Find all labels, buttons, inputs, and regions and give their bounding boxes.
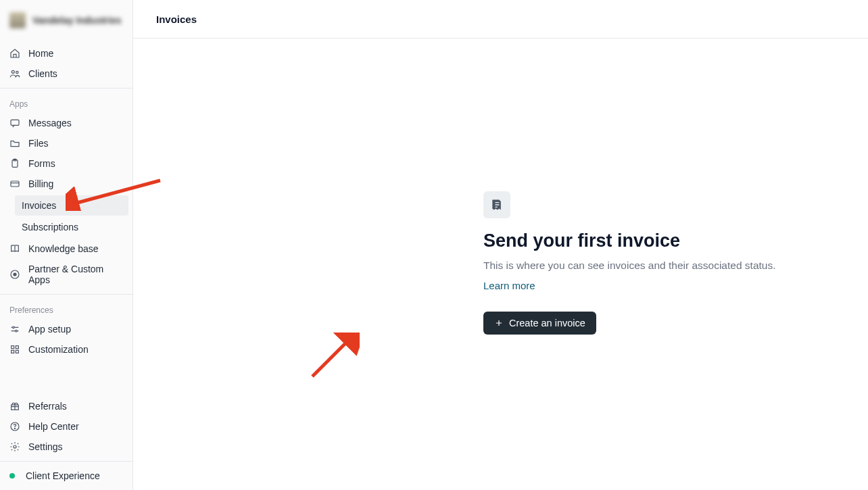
sliders-icon <box>9 324 20 335</box>
svg-point-17 <box>14 445 16 448</box>
sidebar-item-label: App setup <box>28 324 71 335</box>
sidebar-item-label: Home <box>28 48 53 59</box>
sidebar-item-label: Invoices <box>22 200 56 211</box>
empty-state-title: Send your first invoice <box>483 230 821 251</box>
book-icon <box>9 243 20 254</box>
nav-footer: Referrals Help Center Settings Client Ex… <box>0 396 132 490</box>
sidebar-item-label: Billing <box>28 178 53 189</box>
button-label: Create an invoice <box>509 318 585 328</box>
sidebar-item-label: Knowledge base <box>28 243 99 254</box>
org-logo <box>9 12 26 28</box>
annotation-arrow-cta <box>306 333 360 380</box>
sidebar-item-client-experience[interactable]: Client Experience <box>0 466 132 486</box>
nav-section-apps: Apps Messages Files Forms Billing Invoic… <box>0 88 132 290</box>
content: Send your first invoice This is where yo… <box>133 39 868 490</box>
sidebar: Vandelay Industries Home Clients Apps Me… <box>0 0 133 490</box>
grid-icon <box>9 344 20 355</box>
sidebar-item-subscriptions[interactable]: Subscriptions <box>15 217 128 237</box>
sidebar-item-label: Referrals <box>28 401 67 412</box>
billing-subitems: Invoices Subscriptions <box>0 195 132 237</box>
sidebar-item-app-setup[interactable]: App setup <box>0 319 132 339</box>
sidebar-item-label: Messages <box>28 118 72 128</box>
svg-rect-5 <box>11 181 19 187</box>
gift-icon <box>9 401 20 412</box>
nav-section-main: Home Clients <box>0 41 132 84</box>
sidebar-item-clients[interactable]: Clients <box>0 64 132 84</box>
gear-icon <box>9 441 20 452</box>
create-invoice-button[interactable]: Create an invoice <box>483 312 596 335</box>
page-title: Invoices <box>156 14 197 25</box>
learn-more-link[interactable]: Learn more <box>483 280 535 291</box>
org-switcher[interactable]: Vandelay Industries <box>0 0 132 41</box>
sidebar-item-messages[interactable]: Messages <box>0 113 132 133</box>
sidebar-item-label: Client Experience <box>26 470 100 481</box>
users-icon <box>9 68 20 79</box>
sidebar-item-label: Files <box>28 138 49 149</box>
sidebar-item-label: Settings <box>28 441 63 452</box>
sidebar-item-referrals[interactable]: Referrals <box>0 396 132 416</box>
sidebar-item-knowledge-base[interactable]: Knowledge base <box>0 239 132 259</box>
svg-point-16 <box>14 428 15 428</box>
sidebar-item-label: Customization <box>28 344 89 355</box>
sidebar-item-files[interactable]: Files <box>0 133 132 153</box>
sidebar-item-forms[interactable]: Forms <box>0 153 132 174</box>
sidebar-item-invoices[interactable]: Invoices <box>15 195 128 216</box>
svg-rect-12 <box>11 350 14 353</box>
section-label-apps: Apps <box>0 91 132 113</box>
sidebar-item-home[interactable]: Home <box>0 43 132 64</box>
plus-icon <box>494 318 504 328</box>
folder-icon <box>9 138 20 149</box>
status-dot-icon <box>9 473 15 479</box>
home-icon <box>9 48 20 59</box>
chat-icon <box>9 118 20 128</box>
sidebar-item-label: Forms <box>28 158 55 169</box>
sidebar-item-billing[interactable]: Billing <box>0 174 132 194</box>
svg-rect-10 <box>11 346 14 349</box>
svg-rect-11 <box>16 346 18 349</box>
svg-point-0 <box>11 70 14 73</box>
sidebar-item-settings[interactable]: Settings <box>0 437 132 457</box>
svg-point-1 <box>16 71 18 73</box>
sidebar-item-label: Subscriptions <box>22 222 78 232</box>
svg-point-8 <box>13 326 15 328</box>
sidebar-item-help-center[interactable]: Help Center <box>0 416 132 437</box>
clipboard-icon <box>9 158 20 169</box>
main: Invoices Send your first invoice This is… <box>133 0 868 490</box>
org-name: Vandelay Industries <box>32 15 122 26</box>
svg-point-7 <box>14 273 16 276</box>
sidebar-item-customization[interactable]: Customization <box>0 339 132 360</box>
svg-line-19 <box>312 339 349 376</box>
invoice-icon <box>483 191 510 218</box>
question-icon <box>9 421 20 432</box>
section-label-prefs: Preferences <box>0 297 132 319</box>
empty-state: Send your first invoice This is where yo… <box>483 191 821 335</box>
sidebar-item-label: Clients <box>28 68 57 79</box>
cube-icon <box>9 269 20 280</box>
svg-point-9 <box>16 330 18 332</box>
svg-rect-2 <box>11 120 19 125</box>
sidebar-item-partner-apps[interactable]: Partner & Custom Apps <box>0 259 132 290</box>
empty-state-description: This is where you can see invoices and t… <box>483 260 821 272</box>
svg-rect-13 <box>16 350 18 353</box>
sidebar-item-label: Partner & Custom Apps <box>28 264 123 285</box>
sidebar-item-label: Help Center <box>28 421 79 432</box>
card-icon <box>9 178 20 189</box>
nav-section-prefs: Preferences App setup Customization <box>0 294 132 360</box>
topbar: Invoices <box>133 0 868 39</box>
